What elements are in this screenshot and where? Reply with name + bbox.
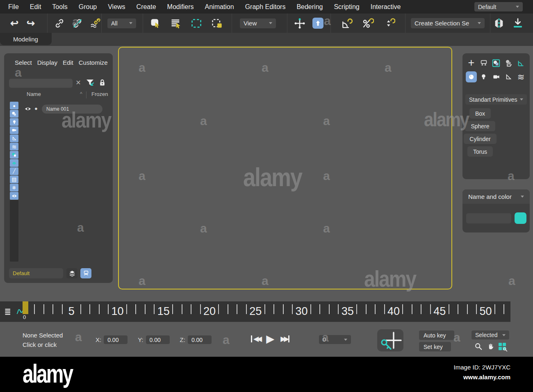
category-space-warps-button[interactable]: ≋ (515, 71, 526, 82)
menu-item-edit[interactable]: Edit (30, 3, 41, 11)
menu-item-group[interactable]: Group (79, 3, 97, 11)
schematic-view-button[interactable] (80, 268, 91, 278)
object-color-name-field[interactable] (466, 213, 511, 223)
go-to-end-button[interactable]: ▶▶ (279, 335, 289, 343)
angle-snap-toggle-button[interactable] (339, 16, 353, 30)
explorer-menu-select[interactable]: Select (15, 59, 32, 66)
filter-geometry-button[interactable]: ● (10, 102, 18, 109)
reference-coordinate-dropdown[interactable]: View (240, 18, 276, 28)
explorer-menu-display[interactable]: Display (37, 59, 57, 66)
primitive-box-button[interactable]: Box (469, 108, 491, 119)
filter-splines-button[interactable]: ╱ (10, 167, 18, 175)
motion-tab[interactable] (503, 57, 514, 68)
spinner-snap-toggle-button[interactable] (382, 16, 396, 30)
window-crossing-button[interactable] (210, 16, 224, 30)
unlink-button[interactable] (71, 16, 84, 30)
menu-item-interactive[interactable]: Interactive (371, 3, 401, 11)
zoom-region-icon[interactable] (499, 343, 506, 350)
mirror-button[interactable] (492, 16, 506, 30)
filter-lights-button[interactable] (10, 118, 18, 126)
viewport[interactable] (118, 47, 452, 289)
zoom-icon[interactable] (474, 342, 483, 351)
layer-name-field[interactable] (9, 268, 63, 278)
set-key-button[interactable]: Set key (419, 342, 451, 351)
undo-button[interactable]: ↩ (7, 16, 21, 30)
menu-item-views[interactable]: Views (108, 3, 125, 11)
select-and-move-button[interactable] (293, 16, 307, 30)
column-name-header[interactable]: Name (27, 91, 41, 97)
menu-item-graph-editors[interactable]: Graph Editors (245, 3, 286, 11)
workspace-dropdown[interactable]: Default (474, 2, 523, 11)
filter-cameras-button[interactable] (10, 126, 18, 134)
select-and-place-button[interactable] (312, 18, 323, 29)
menu-item-file[interactable]: File (8, 3, 19, 11)
category-cameras-button[interactable] (491, 71, 502, 82)
search-input[interactable] (9, 79, 73, 88)
create-tab[interactable]: + (466, 57, 477, 68)
auto-key-button[interactable]: Auto key (419, 330, 454, 340)
filter-hidden-button[interactable] (10, 192, 18, 200)
utilities-tab[interactable] (515, 57, 526, 68)
current-frame-dropdown[interactable]: 0 (319, 335, 351, 344)
primitive-category-dropdown[interactable]: Standart Primitives (465, 94, 527, 105)
row-visibility-toggle[interactable] (24, 105, 32, 112)
select-by-name-button[interactable] (169, 16, 183, 30)
object-color-swatch[interactable] (515, 212, 526, 224)
rectangular-selection-region-button[interactable] (189, 16, 203, 30)
filter-helpers-button[interactable] (10, 134, 18, 142)
filter-space-warps-button[interactable]: ≋ (10, 143, 18, 150)
filter-groups-button[interactable] (10, 151, 18, 159)
filter-button[interactable] (85, 78, 95, 88)
menu-item-animation[interactable]: Animation (205, 3, 234, 11)
filter-shapes-button[interactable] (10, 110, 18, 118)
menu-item-create[interactable]: Create (137, 3, 156, 11)
coord-input-y[interactable] (146, 335, 170, 344)
category-lights-button[interactable] (478, 71, 489, 82)
align-button[interactable] (511, 16, 525, 30)
time-ruler[interactable]: 5101520253035404550 (23, 301, 510, 322)
percent-snap-toggle-button[interactable] (361, 16, 375, 30)
filter-containers-button[interactable]: ▤ (10, 175, 18, 183)
category-helpers-button[interactable] (503, 71, 514, 82)
bind-space-warp-button[interactable] (89, 16, 102, 30)
primitive-sphere-button[interactable]: Sphere (465, 121, 495, 131)
pan-hand-icon[interactable] (487, 342, 495, 351)
key-filter-dropdown[interactable]: Selected (472, 330, 509, 340)
column-frozen-header[interactable]: Frozen (91, 91, 108, 97)
category-geometry-button[interactable] (466, 71, 477, 82)
lock-selection-button[interactable] (98, 78, 107, 87)
tab-modeling[interactable]: Modeling (0, 33, 52, 45)
row-render-dot[interactable]: ● (34, 105, 38, 112)
object-name-field[interactable] (42, 105, 102, 114)
layers-button[interactable] (66, 268, 77, 278)
filter-strip-scroll-track[interactable] (10, 200, 18, 262)
play-button[interactable]: ▶ (266, 333, 274, 345)
explorer-menu-edit[interactable]: Edit (63, 59, 73, 66)
select-object-button[interactable] (148, 16, 162, 30)
primitive-cylinder-button[interactable]: Cylinder (464, 134, 496, 144)
track-list-icon[interactable] (4, 307, 12, 316)
menu-item-modifiers[interactable]: Modifiers (167, 3, 194, 11)
name-color-header[interactable]: Name and color (462, 189, 530, 204)
coord-input-z[interactable] (188, 335, 212, 344)
hierarchy-tab[interactable] (478, 57, 489, 68)
filter-bones-button[interactable] (10, 159, 18, 167)
link-button[interactable] (52, 16, 66, 30)
clear-search-button[interactable]: ✕ (74, 78, 83, 87)
menu-item-scripting[interactable]: Scripting (334, 3, 359, 11)
time-slider-marker[interactable] (23, 301, 28, 314)
name-color-panel: Name and color (462, 189, 530, 232)
go-to-start-button[interactable]: ◀◀ (251, 335, 261, 343)
selection-filter-dropdown[interactable]: All (107, 18, 136, 28)
primitive-torus-button[interactable]: Torus (467, 146, 493, 157)
sort-indicator[interactable]: ^ (80, 91, 82, 97)
set-keys-button[interactable] (377, 329, 403, 351)
modify-tab[interactable] (491, 57, 502, 68)
redo-button[interactable]: ↪ (24, 16, 38, 30)
explorer-menu-customize[interactable]: Customize (79, 59, 108, 66)
filter-frozen-button[interactable]: ❄ (10, 184, 18, 191)
coord-input-x[interactable] (104, 335, 128, 344)
menu-item-bedering[interactable]: Bedering (296, 3, 323, 11)
menu-item-tools[interactable]: Tools (52, 3, 67, 11)
named-selection-set-dropdown[interactable]: Create Selection Se (411, 18, 485, 28)
